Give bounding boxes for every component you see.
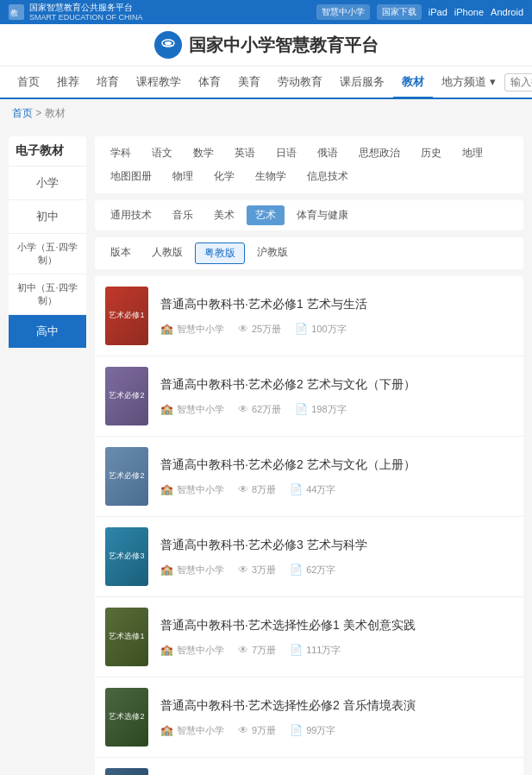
book-views-2: 👁 62万册 xyxy=(238,403,281,416)
smart-school-button[interactable]: 智慧中小学 xyxy=(316,4,370,20)
sidebar-item-middle[interactable]: 初中 xyxy=(9,200,86,234)
book-info-1: 普通高中教科书·艺术必修1 艺术与生活 🏫 智慧中小学 👁 25万册 📄 100… xyxy=(160,297,513,336)
book-info-6: 普通高中教科书·艺术选择性必修2 音乐情境表演 🏫 智慧中小学 👁 9万册 📄 … xyxy=(160,698,513,737)
book-publisher-4: 🏫 智慧中小学 xyxy=(160,564,224,577)
book-info-4: 普通高中教科书·艺术必修3 艺术与科学 🏫 智慧中小学 👁 3万册 📄 62万字 xyxy=(160,538,513,577)
sidebar-item-primary[interactable]: 小学 xyxy=(9,167,86,200)
top-header: 教 国家智慧教育公共服务平台 SMART EDUCATION OF CHINA … xyxy=(0,0,532,24)
nav-item-home[interactable]: 首页 xyxy=(9,66,48,98)
subject-tab-all[interactable]: 学科 xyxy=(102,143,140,163)
ipad-label: iPad xyxy=(429,7,448,17)
book-title-3: 普通高中教科书·艺术必修2 艺术与文化（上册） xyxy=(160,457,513,473)
subject-tab-atlas[interactable]: 地图图册 xyxy=(102,167,160,186)
book-meta-1: 🏫 智慧中小学 👁 25万册 📄 100万字 xyxy=(160,323,513,336)
book-views-5: 👁 7万册 xyxy=(238,644,276,657)
subject-tabs: 学科 语文 数学 英语 日语 俄语 思想政治 历史 地理 地图图册 物理 化学 … xyxy=(95,136,523,193)
book-title-4: 普通高中教科书·艺术必修3 艺术与科学 xyxy=(160,538,513,553)
subject-tab-biology[interactable]: 生物学 xyxy=(247,167,295,186)
nav-items: 首页 推荐 培育 课程教学 体育 美育 劳动教育 课后服务 教材 地方频道 ▾ xyxy=(9,66,504,98)
subject-tab-history[interactable]: 历史 xyxy=(412,143,450,163)
platform-name: 国家智慧教育公共服务平台 SMART EDUCATION OF CHINA xyxy=(29,3,143,22)
book-views-1: 👁 25万册 xyxy=(238,323,281,336)
subject-tab-politics[interactable]: 思想政治 xyxy=(350,143,409,163)
book-info-5: 普通高中教科书·艺术选择性必修1 美术创意实践 🏫 智慧中小学 👁 7万册 📄 … xyxy=(160,618,513,657)
subject-tab-math[interactable]: 数学 xyxy=(185,143,222,163)
category-tab-art[interactable]: 艺术 xyxy=(247,205,285,225)
nav-item-arts[interactable]: 美育 xyxy=(229,66,269,98)
subject-tab-chemistry[interactable]: 化学 xyxy=(205,167,243,186)
subject-tab-geography[interactable]: 地理 xyxy=(454,143,491,163)
version-tab-yue-jiao[interactable]: 粤教版 xyxy=(195,243,245,264)
book-title-5: 普通高中教科书·艺术选择性必修1 美术创意实践 xyxy=(160,618,513,633)
nav-item-afterschool[interactable]: 课后服务 xyxy=(331,66,393,98)
top-header-left: 教 国家智慧教育公共服务平台 SMART EDUCATION OF CHINA xyxy=(9,3,143,22)
category-tab-pe[interactable]: 体育与健康 xyxy=(288,205,357,225)
book-size-6: 📄 99万字 xyxy=(290,724,335,737)
breadcrumb-current: 教材 xyxy=(45,107,66,119)
main-logo-icon xyxy=(154,31,182,59)
book-cover-4: 艺术必修3 xyxy=(105,527,148,586)
version-tab-all[interactable]: 版本 xyxy=(102,243,140,264)
version-tab-hu-jiao[interactable]: 沪教版 xyxy=(248,243,297,264)
book-views-3: 👁 8万册 xyxy=(238,483,276,496)
platform-logo-icon: 教 xyxy=(9,4,24,20)
book-meta-5: 🏫 智慧中小学 👁 7万册 📄 111万字 xyxy=(160,644,513,657)
subject-tab-japanese[interactable]: 日语 xyxy=(267,143,305,163)
book-item[interactable]: 艺术选修1 普通高中教科书·艺术选择性必修1 美术创意实践 🏫 智慧中小学 👁 … xyxy=(95,597,523,677)
version-tab-ren-jiao[interactable]: 人教版 xyxy=(143,243,191,264)
subject-tab-it[interactable]: 信息技术 xyxy=(298,167,357,186)
nav-item-recommend[interactable]: 推荐 xyxy=(48,66,88,98)
search-input[interactable] xyxy=(510,76,532,88)
book-title-6: 普通高中教科书·艺术选择性必修2 音乐情境表演 xyxy=(160,698,513,714)
book-meta-4: 🏫 智慧中小学 👁 3万册 📄 62万字 xyxy=(160,564,513,577)
book-meta-3: 🏫 智慧中小学 👁 8万册 📄 44万字 xyxy=(160,483,513,496)
nav-item-sports[interactable]: 体育 xyxy=(190,66,229,98)
nav-item-course[interactable]: 课程教学 xyxy=(128,66,190,98)
book-size-3: 📄 44万字 xyxy=(290,483,335,496)
book-item[interactable]: 艺术必修2 普通高中教科书·艺术必修2 艺术与文化（上册） 🏫 智慧中小学 👁 … xyxy=(95,437,523,517)
book-item[interactable]: 艺术选修2 普通高中教科书·艺术选择性必修2 音乐情境表演 🏫 智慧中小学 👁 … xyxy=(95,677,523,758)
breadcrumb-home[interactable]: 首页 xyxy=(12,107,33,119)
nav-item-local[interactable]: 地方频道 ▾ xyxy=(433,66,504,98)
subject-tab-english[interactable]: 英语 xyxy=(226,143,264,163)
category-tab-music[interactable]: 音乐 xyxy=(164,205,202,225)
book-meta-6: 🏫 智慧中小学 👁 9万册 📄 99万字 xyxy=(160,724,513,737)
main-title: 国家中小学智慧教育平台 xyxy=(189,34,379,57)
book-publisher-2: 🏫 智慧中小学 xyxy=(160,403,224,416)
book-item[interactable]: 艺术必修2 普通高中教科书·艺术必修2 艺术与文化（下册） 🏫 智慧中小学 👁 … xyxy=(95,356,523,437)
book-cover-2: 艺术必修2 xyxy=(105,367,148,425)
main-header: 国家中小学智慧教育平台 xyxy=(0,24,532,66)
sidebar-item-primary54[interactable]: 小学（五·四学制） xyxy=(9,234,86,274)
breadcrumb: 首页 > 教材 xyxy=(0,99,532,128)
book-size-2: 📄 198万字 xyxy=(295,403,346,416)
iphone-label: iPhone xyxy=(454,7,484,17)
book-cover-7: 艺术选修3 xyxy=(105,768,148,775)
nav-item-cultivate[interactable]: 培育 xyxy=(88,66,128,98)
subject-tab-physics[interactable]: 物理 xyxy=(164,167,202,186)
sidebar: 电子教材 小学 初中 小学（五·四学制） 初中（五·四学制） 高中 xyxy=(9,136,86,775)
nav-item-labor[interactable]: 劳动教育 xyxy=(269,66,331,98)
book-meta-2: 🏫 智慧中小学 👁 62万册 📄 198万字 xyxy=(160,403,513,416)
book-item[interactable]: 艺术必修3 普通高中教科书·艺术必修3 艺术与科学 🏫 智慧中小学 👁 3万册 … xyxy=(95,517,523,597)
sidebar-item-middle54[interactable]: 初中（五·四学制） xyxy=(9,274,86,315)
subject-tab-russian[interactable]: 俄语 xyxy=(309,143,347,163)
book-title-2: 普通高中教科书·艺术必修2 艺术与文化（下册） xyxy=(160,377,513,393)
book-size-5: 📄 111万字 xyxy=(290,644,341,657)
nav-bar: 首页 推荐 培育 课程教学 体育 美育 劳动教育 课后服务 教材 地方频道 ▾ … xyxy=(0,66,532,99)
book-item[interactable]: 艺术选修3 普通高中教科书·艺术选择性必修3 舞蹈创编与表演 🏫 智慧中小学 👁… xyxy=(95,758,523,775)
svg-point-4 xyxy=(165,41,172,45)
subject-tab-chinese[interactable]: 语文 xyxy=(143,143,181,163)
category-tab-general[interactable]: 通用技术 xyxy=(102,205,160,225)
download-button[interactable]: 国家下载 xyxy=(377,4,422,20)
content-wrap: 电子教材 小学 初中 小学（五·四学制） 初中（五·四学制） 高中 学科 语文 … xyxy=(0,128,532,775)
top-header-right: 智慧中小学 国家下载 iPad iPhone Android xyxy=(316,4,523,20)
sidebar-item-high[interactable]: 高中 xyxy=(9,315,86,349)
book-views-6: 👁 9万册 xyxy=(238,724,276,737)
book-list: 艺术必修1 普通高中教科书·艺术必修1 艺术与生活 🏫 智慧中小学 👁 25万册… xyxy=(95,276,523,775)
book-item[interactable]: 艺术必修1 普通高中教科书·艺术必修1 艺术与生活 🏫 智慧中小学 👁 25万册… xyxy=(95,276,523,356)
category-tab-fine-art[interactable]: 美术 xyxy=(205,205,243,225)
sidebar-title: 电子教材 xyxy=(9,136,86,167)
book-size-4: 📄 62万字 xyxy=(290,564,335,577)
nav-item-textbook[interactable]: 教材 xyxy=(393,66,433,98)
book-publisher-1: 🏫 智慧中小学 xyxy=(160,323,224,336)
